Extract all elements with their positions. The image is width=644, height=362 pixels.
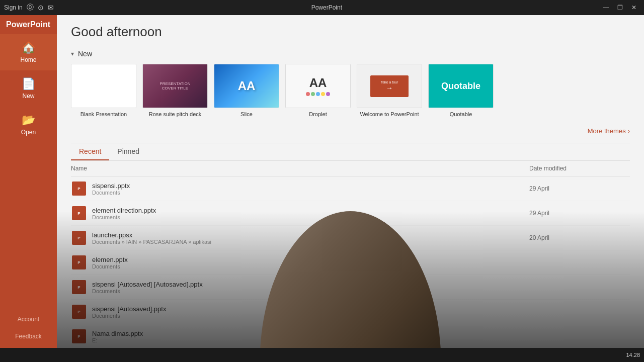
sidebar-nav: 🏠 Home 📄 New 📂 Open bbox=[0, 34, 57, 311]
template-quotable[interactable]: Quotable Quotable bbox=[428, 64, 494, 117]
dot-1 bbox=[306, 92, 310, 96]
welcome-arrow-icon: → bbox=[386, 84, 393, 92]
file-icon: P bbox=[71, 304, 87, 320]
main-content: Good afternoon ▾ New Blank Presentation bbox=[57, 15, 644, 362]
dot-4 bbox=[321, 92, 325, 96]
comment-icon[interactable]: ✉ bbox=[48, 4, 54, 12]
sidebar: PowerPoint 🏠 Home 📄 New 📂 Open Account F… bbox=[0, 15, 57, 362]
arrow-right-icon: › bbox=[628, 127, 630, 135]
template-blank-thumb bbox=[71, 64, 136, 108]
sign-in-button[interactable]: Sign in bbox=[4, 4, 23, 11]
file-date: 20 April bbox=[529, 234, 630, 241]
file-tabs: Recent Pinned bbox=[71, 143, 630, 161]
file-name: sispensi.pptx bbox=[92, 182, 529, 190]
file-row[interactable]: P sispensi.pptx Documents 29 April bbox=[71, 176, 630, 201]
file-name: sispensi [Autosaved] [Autosaved].pptx bbox=[92, 281, 529, 288]
file-path: Documents » IAIN » PASCASARJANA » aplika… bbox=[92, 239, 529, 245]
template-quotable-label: Quotable bbox=[450, 111, 472, 117]
sidebar-item-new[interactable]: 📄 New bbox=[0, 70, 57, 107]
new-section-label: New bbox=[78, 50, 92, 58]
file-row[interactable]: P element direction.pptx Documents 29 Ap… bbox=[71, 201, 630, 226]
tab-pinned[interactable]: Pinned bbox=[109, 143, 147, 160]
template-rose-thumb: PRESENTATIONCOVER TITLE bbox=[142, 64, 208, 108]
file-row[interactable]: P elemen.pptx Documents bbox=[71, 250, 630, 275]
file-path: Documents bbox=[92, 190, 529, 196]
dot-2 bbox=[311, 92, 315, 96]
tab-recent[interactable]: Recent bbox=[71, 143, 109, 160]
content-area: ▾ New Blank Presentation PRESENTATIONCOV… bbox=[57, 45, 644, 362]
home-label: Home bbox=[20, 56, 36, 63]
welcome-red-block: Take a tour → bbox=[370, 75, 409, 97]
file-name: elemen.pptx bbox=[92, 256, 529, 263]
quotable-text: Quotable bbox=[441, 81, 480, 92]
template-droplet[interactable]: AA Droplet bbox=[285, 64, 351, 117]
chevron-down-icon: ▾ bbox=[71, 50, 74, 57]
header: Good afternoon bbox=[57, 15, 644, 45]
close-button[interactable]: ✕ bbox=[628, 2, 640, 14]
template-rose[interactable]: PRESENTATIONCOVER TITLE Rose suite pitch… bbox=[142, 64, 208, 117]
new-section-header[interactable]: ▾ New bbox=[71, 45, 630, 62]
home-icon: 🏠 bbox=[22, 41, 35, 54]
blank-preview bbox=[71, 64, 136, 108]
app-container: PowerPoint 🏠 Home 📄 New 📂 Open Account F… bbox=[0, 0, 644, 362]
file-info: element direction.pptx Documents bbox=[92, 207, 529, 220]
file-icon: P bbox=[71, 254, 87, 270]
maximize-button[interactable]: ❐ bbox=[614, 2, 626, 14]
file-info: elemen.pptx Documents bbox=[92, 256, 529, 269]
minimize-button[interactable]: — bbox=[600, 2, 612, 14]
file-path: Documents bbox=[92, 313, 529, 319]
file-info: launcher.ppsx Documents » IAIN » PASCASA… bbox=[92, 231, 529, 245]
templates-row: Blank Presentation PRESENTATIONCOVER TIT… bbox=[71, 62, 630, 125]
file-name: element direction.pptx bbox=[92, 207, 529, 214]
template-blank[interactable]: Blank Presentation bbox=[71, 64, 136, 117]
new-label: New bbox=[22, 93, 34, 100]
help-icon[interactable]: ⓪ bbox=[27, 3, 34, 12]
file-path: Documents bbox=[92, 263, 529, 269]
col-name: Name bbox=[71, 165, 529, 172]
pptx-icon: P bbox=[72, 206, 86, 220]
file-date: 29 April bbox=[529, 185, 630, 192]
template-quotable-thumb: Quotable bbox=[428, 64, 494, 108]
file-info: sispensi [Autosaved].pptx Documents bbox=[92, 305, 529, 319]
open-label: Open bbox=[21, 129, 36, 136]
sidebar-item-open[interactable]: 📂 Open bbox=[0, 107, 57, 143]
file-row[interactable]: P Nama dimas.pptx E: bbox=[71, 324, 630, 349]
more-themes-link[interactable]: More themes › bbox=[71, 125, 630, 143]
rose-preview: PRESENTATIONCOVER TITLE bbox=[143, 64, 207, 108]
file-list: P sispensi.pptx Documents 29 April P ele… bbox=[71, 176, 630, 362]
file-icon: P bbox=[71, 279, 87, 295]
file-list-header: Name Date modified bbox=[71, 161, 630, 176]
welcome-preview: Take a tour → bbox=[357, 64, 422, 108]
template-rose-label: Rose suite pitch deck bbox=[149, 111, 202, 117]
file-row[interactable]: P sispensi [Autosaved].pptx Documents bbox=[71, 300, 630, 324]
template-droplet-thumb: AA bbox=[285, 64, 351, 108]
welcome-text: Take a tour bbox=[381, 80, 398, 84]
sidebar-logo[interactable]: PowerPoint bbox=[0, 15, 57, 34]
taskbar-time: 14.28 bbox=[626, 352, 640, 358]
template-welcome-thumb: Take a tour → bbox=[357, 64, 422, 108]
quotable-preview: Quotable bbox=[429, 64, 493, 108]
title-bar: Sign in ⓪ ⊙ ✉ PowerPoint — ❐ ✕ bbox=[0, 0, 644, 15]
sidebar-item-feedback[interactable]: Feedback bbox=[0, 328, 57, 345]
logo-text: PowerPoint bbox=[6, 20, 50, 29]
file-row[interactable]: P sispensi [Autosaved] [Autosaved].pptx … bbox=[71, 275, 630, 300]
taskbar: 14.28 bbox=[0, 348, 644, 362]
template-droplet-label: Droplet bbox=[309, 111, 327, 117]
file-name: Nama dimas.pptx bbox=[92, 330, 529, 337]
file-info: sispensi [Autosaved] [Autosaved].pptx Do… bbox=[92, 281, 529, 294]
file-row[interactable]: P launcher.ppsx Documents » IAIN » PASCA… bbox=[71, 226, 630, 250]
template-welcome[interactable]: Take a tour → Welcome to PowerPoint bbox=[357, 64, 422, 117]
file-name: sispensi [Autosaved].pptx bbox=[92, 305, 529, 313]
window-controls: — ❐ ✕ bbox=[600, 2, 640, 14]
open-icon: 📂 bbox=[22, 114, 35, 127]
dot-5 bbox=[326, 92, 330, 96]
sidebar-item-home[interactable]: 🏠 Home bbox=[0, 34, 57, 70]
pptx-icon: P bbox=[72, 305, 86, 319]
file-icon: P bbox=[71, 230, 87, 246]
new-icon: 📄 bbox=[22, 77, 35, 90]
taskbar-items: 14.28 bbox=[626, 352, 640, 358]
share-icon[interactable]: ⊙ bbox=[38, 4, 44, 12]
template-slice[interactable]: AA Slice bbox=[214, 64, 279, 117]
sidebar-item-account[interactable]: Account bbox=[0, 311, 57, 328]
template-slice-label: Slice bbox=[240, 111, 253, 117]
